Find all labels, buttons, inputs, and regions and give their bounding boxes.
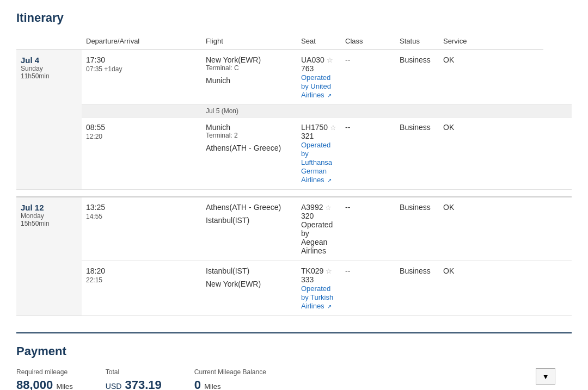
operated-by[interactable]: Operated by Lufthansa German Airlines ↗ [301, 140, 336, 184]
segment-separator [16, 190, 572, 197]
service-cell [543, 261, 572, 316]
dep-city: Istanbul(IST) [206, 267, 292, 275]
col-departure-arrival: Departure/Arrival [82, 34, 201, 50]
star-icon: ☆ [330, 123, 336, 132]
day-change-row: Jul 5 (Mon) [16, 105, 572, 117]
operated-by-link[interactable]: Operated by Turkish Airlines ↗ [301, 284, 333, 310]
col-class: Class [341, 34, 395, 50]
required-mileage-value: 88,000 Miles [16, 378, 73, 390]
arr-city: Istanbul(IST) [206, 216, 292, 225]
flight-code: TK029 [301, 267, 323, 275]
seat-cell: -- [341, 261, 395, 316]
table-row: Jul 12 Monday 15h50min 13:25 14:55 Athen… [16, 197, 572, 261]
arr-time: 12:20 [86, 132, 197, 140]
operated-by[interactable]: Operated by United Airlines ↗ [301, 73, 336, 99]
payment-grid: Required mileage 88,000 Miles Adult x1 T… [16, 368, 572, 390]
time-departure-arrival: 13:25 14:55 [82, 197, 201, 261]
col-status: Status [395, 34, 439, 50]
current-balance-value: 0 Miles [194, 378, 266, 390]
flight-info: TK029 ☆ 333 Operated by Turkish Airlines… [297, 261, 341, 316]
table-row: 18:20 22:15 Istanbul(IST) New York(EWR) … [16, 261, 572, 316]
class-cell: Business [395, 117, 439, 190]
status-cell: OK [439, 117, 543, 190]
location-departure-arrival: Munich Terminal: 2 Athens(ATH - Greece) [201, 117, 297, 190]
star-icon: ☆ [325, 203, 332, 212]
dep-terminal: Terminal: 2 [206, 132, 292, 139]
class-cell: Business [395, 261, 439, 316]
service-cell [543, 117, 572, 190]
date-cell: Jul 12 Monday 15h50min [16, 197, 82, 316]
current-balance-item: Current Mileage Balance 0 Miles [194, 368, 266, 390]
required-mileage-label: Required mileage [16, 368, 73, 376]
table-row: Jul 4 Sunday 11h50min 17:30 07:35 +1day … [16, 50, 572, 105]
total-item: Total USD 373.19 [106, 368, 162, 390]
flight-number: LH1750 ☆ [301, 123, 336, 132]
seat-cell: -- [341, 50, 395, 105]
class-cell: Business [395, 50, 439, 105]
flight-code: UA030 [301, 55, 324, 64]
arr-time: 14:55 [86, 212, 197, 220]
dep-city: New York(EWR) [206, 55, 292, 64]
external-link-icon: ↗ [327, 304, 332, 309]
total-value: USD 373.19 [106, 378, 162, 390]
aircraft-type: 320 [301, 212, 336, 220]
seat-cell: -- [341, 197, 395, 261]
dep-terminal: Terminal: C [206, 64, 292, 72]
time-departure-arrival: 08:55 12:20 [82, 117, 201, 190]
flight-number: A3992 ☆ [301, 203, 336, 212]
dep-time: 13:25 [86, 203, 197, 212]
operated-by-link[interactable]: Operated by Lufthansa German Airlines ↗ [301, 141, 332, 184]
itinerary-table: Departure/Arrival Flight Seat Class Stat… [16, 34, 572, 316]
aircraft-type: 763 [301, 64, 336, 73]
external-link-icon: ↗ [327, 92, 332, 98]
col-flight: Flight [201, 34, 297, 50]
col-service: Service [439, 34, 543, 50]
aircraft-type: 333 [301, 275, 336, 284]
operated-by-link[interactable]: Operated by United Airlines ↗ [301, 73, 332, 99]
dep-city: Munich [206, 123, 292, 132]
dep-time: 17:30 [86, 55, 197, 64]
aircraft-type: 321 [301, 132, 336, 140]
flight-info: A3992 ☆ 320 Operated by Aegean Airlines [297, 197, 341, 261]
dep-time: 08:55 [86, 123, 197, 132]
status-cell: OK [439, 261, 543, 316]
total-label: Total [106, 368, 162, 376]
service-cell [543, 50, 572, 105]
location-departure-arrival: New York(EWR) Terminal: C Munich [201, 50, 297, 105]
time-departure-arrival: 18:20 22:15 [82, 261, 201, 316]
class-cell: Business [395, 197, 439, 261]
arr-time: 07:35 +1day [86, 64, 197, 73]
col-date [16, 34, 82, 50]
location-departure-arrival: Istanbul(IST) New York(EWR) [201, 261, 297, 316]
flight-number: TK029 ☆ [301, 267, 336, 275]
col-seat: Seat [297, 34, 341, 50]
arr-time: 22:15 [86, 275, 197, 284]
payment-divider [16, 332, 572, 333]
arr-city: Athens(ATH - Greece) [206, 144, 292, 152]
payment-section: Payment Required mileage 88,000 Miles Ad… [16, 332, 572, 390]
required-mileage-item: Required mileage 88,000 Miles Adult x1 [16, 368, 73, 390]
status-cell: OK [439, 50, 543, 105]
dep-city: Athens(ATH - Greece) [206, 203, 292, 212]
operated-by[interactable]: Operated by Turkish Airlines ↗ [301, 284, 336, 310]
flight-code: A3992 [301, 203, 323, 212]
status-cell: OK [439, 197, 543, 261]
table-row: 08:55 12:20 Munich Terminal: 2 Athens(AT… [16, 117, 572, 190]
day-change-label: Jul 5 (Mon) [201, 105, 572, 117]
dropdown-button[interactable]: ▼ [536, 368, 555, 385]
flight-info: LH1750 ☆ 321 Operated by Lufthansa Germa… [297, 117, 341, 190]
payment-title: Payment [16, 344, 572, 358]
arr-city: Munich [206, 76, 292, 85]
date-cell: Jul 4 Sunday 11h50min [16, 50, 82, 190]
service-cell [543, 197, 572, 261]
star-icon: ☆ [327, 56, 333, 64]
seat-cell: -- [341, 117, 395, 190]
flight-number: UA030 ☆ [301, 55, 336, 64]
flight-info: UA030 ☆ 763 Operated by United Airlines … [297, 50, 341, 105]
time-departure-arrival: 17:30 07:35 +1day [82, 50, 201, 105]
arr-city: New York(EWR) [206, 280, 292, 288]
flight-code: LH1750 [301, 123, 328, 132]
star-icon: ☆ [326, 267, 332, 275]
operated-by: Operated by Aegean Airlines [301, 220, 336, 255]
itinerary-title: Itinerary [16, 11, 572, 25]
